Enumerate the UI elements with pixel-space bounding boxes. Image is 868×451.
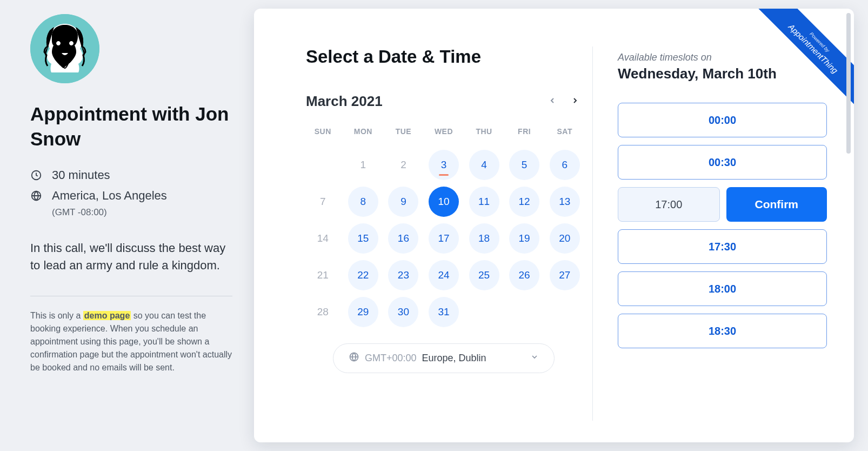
calendar-day[interactable]: 16 [388,223,418,254]
calendar-day[interactable]: 27 [550,260,580,290]
scrollbar[interactable] [846,13,851,154]
calendar-day[interactable]: 24 [429,260,459,290]
timezone-row: America, Los Angeles [30,189,232,203]
day-of-week-header: WED [427,127,461,143]
calendar-day[interactable]: 15 [348,223,378,254]
calendar-day[interactable]: 25 [469,260,499,290]
calendar-day[interactable]: 10 [429,187,459,217]
calendar-day: 14 [308,223,338,254]
slots-header-label: Available timeslots on [618,52,827,63]
calendar-day[interactable]: 12 [509,187,539,217]
next-month-button[interactable] [569,94,582,109]
timeslot-list: 00:0000:3017:00Confirm17:3018:0018:30 [618,103,827,348]
day-of-week-header: MON [346,127,380,143]
calendar-day[interactable]: 26 [509,260,539,290]
globe-icon [30,190,42,202]
timeslot[interactable]: 18:30 [618,314,827,348]
calendar-day: 2 [388,150,418,180]
tz-gmt: GMT+00:00 [365,353,417,364]
timeslot-selected[interactable]: 17:00 [618,187,720,222]
demo-highlight: demo page [83,311,131,320]
calendar-day: 21 [308,260,338,290]
slots-header-date: Wednesday, March 10th [618,65,827,82]
timeslot[interactable]: 18:00 [618,271,827,306]
calendar-day[interactable]: 3 [429,150,459,180]
timezone-selector[interactable]: GMT+00:00 Europe, Dublin [333,343,555,373]
calendar-day[interactable]: 17 [429,223,459,254]
calendar-day: 7 [308,187,338,217]
day-of-week-header: FRI [508,127,542,143]
divider [30,296,232,296]
booking-card: Powered by AppointmentThing Select a Dat… [254,9,854,442]
duration-row: 30 minutes [30,168,232,182]
calendar-day[interactable]: 29 [348,297,378,327]
duration-text: 30 minutes [52,168,110,182]
calendar-day: 28 [308,297,338,327]
appointment-description: In this call, we'll discuss the best way… [30,240,232,274]
calendar-day[interactable]: 22 [348,260,378,290]
calendar-day[interactable]: 30 [388,297,418,327]
calendar-day[interactable]: 13 [550,187,580,217]
calendar-day[interactable]: 9 [388,187,418,217]
prev-month-button[interactable] [546,94,559,109]
calendar-day[interactable]: 11 [469,187,499,217]
day-of-week-header: SAT [547,127,582,143]
day-of-week-header: SUN [306,127,340,143]
card-title: Select a Date & Time [306,47,582,67]
day-of-week-header: THU [467,127,501,143]
timeslot[interactable]: 00:00 [618,103,827,137]
globe-icon [349,351,359,365]
host-avatar [30,14,99,83]
confirm-button[interactable]: Confirm [726,187,827,222]
chevron-down-icon [530,353,539,364]
tz-name: Europe, Dublin [422,353,486,364]
calendar-day[interactable]: 20 [550,223,580,254]
calendar-day: 1 [348,150,378,180]
calendar-month: March 2021 [306,93,383,110]
calendar-day[interactable]: 8 [348,187,378,217]
timeslot[interactable]: 17:30 [618,229,827,264]
day-of-week-header: TUE [386,127,420,143]
timezone-offset: (GMT -08:00) [52,207,232,218]
calendar-day[interactable]: 18 [469,223,499,254]
calendar-day[interactable]: 6 [550,150,580,180]
timeslot[interactable]: 00:30 [618,145,827,180]
calendar-grid: SUNMONTUEWEDTHUFRISAT1234567891011121314… [306,127,582,327]
clock-icon [30,169,42,181]
calendar-day[interactable]: 4 [469,150,499,180]
calendar-day[interactable]: 19 [509,223,539,254]
appointment-title: Appointment with Jon Snow [30,102,232,151]
demo-note: This is only a demo page so you can test… [30,309,232,374]
calendar-day[interactable]: 23 [388,260,418,290]
calendar-day[interactable]: 5 [509,150,539,180]
timezone-name: America, Los Angeles [52,189,167,203]
calendar-day[interactable]: 31 [429,297,459,327]
